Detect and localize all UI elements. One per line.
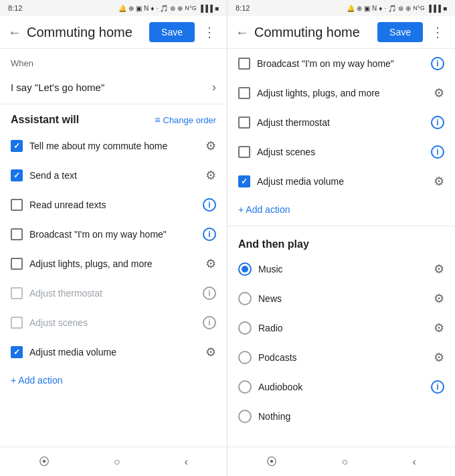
- checkbox-adjust-thermostat[interactable]: [11, 287, 23, 299]
- checkbox-adjust-media[interactable]: [11, 346, 23, 358]
- nav-menu-icon-right[interactable]: ⦿: [266, 456, 277, 468]
- more-menu-right[interactable]: ⋮: [428, 21, 447, 43]
- save-button-right[interactable]: Save: [377, 22, 423, 42]
- action-text-broadcast: Broadcast "I'm on my way home": [29, 229, 196, 240]
- status-icons-right: 🔔 ⊕ ▣ N ♦ · 🎵 ⊛ ⊕ N⁵G ▐▐▐ ■: [347, 5, 447, 12]
- app-bar-left: ← Commuting home Save ⋮: [0, 16, 227, 49]
- nav-bar-left: ⦿ ○ ‹: [0, 447, 227, 476]
- info-icon-read-texts[interactable]: i: [203, 198, 216, 212]
- change-order-button[interactable]: ≡ Change order: [155, 114, 216, 125]
- back-button-right[interactable]: ←: [236, 25, 249, 40]
- nav-home-icon-right[interactable]: ○: [341, 456, 348, 468]
- checkbox-adjust-lights[interactable]: [11, 258, 23, 270]
- gear-icon-podcasts[interactable]: ⚙: [434, 350, 444, 365]
- status-icons-left: 🔔 ⊕ ▣ N ♦ · 🎵 ⊛ ⊕ N⁵G ▐▐▐ ■: [118, 5, 219, 12]
- play-option-audiobook: Audiobook i: [227, 372, 455, 402]
- status-bar-left: 8:12 🔔 ⊕ ▣ N ♦ · 🎵 ⊛ ⊕ N⁵G ▐▐▐ ■: [0, 0, 227, 16]
- checkbox-adjust-scenes2[interactable]: [238, 146, 250, 158]
- add-action-right[interactable]: + Add action: [227, 196, 455, 223]
- play-option-music: Music ⚙: [227, 254, 455, 284]
- action-text-send-text: Send a text: [29, 170, 199, 181]
- gear-icon-music[interactable]: ⚙: [434, 262, 444, 276]
- time-left: 8:12: [8, 4, 22, 12]
- action-text-adjust-lights: Adjust lights, plugs, and more: [29, 258, 199, 269]
- play-label-music: Music: [258, 264, 427, 274]
- right-panel: 8:12 🔔 ⊕ ▣ N ♦ · 🎵 ⊛ ⊕ N⁵G ▐▐▐ ■ ← Commu…: [227, 0, 455, 476]
- play-label-radio: Radio: [258, 323, 427, 333]
- page-title-left: Commuting home: [27, 25, 144, 40]
- checkbox-broadcast2[interactable]: [238, 58, 250, 70]
- checkbox-tell-commute[interactable]: [11, 140, 23, 152]
- radio-podcasts[interactable]: [238, 351, 252, 364]
- action-row-adjust-media: Adjust media volume ⚙: [0, 337, 227, 367]
- nav-back-icon-right[interactable]: ‹: [412, 456, 416, 468]
- gear-icon-adjust-lights2[interactable]: ⚙: [434, 86, 444, 100]
- trigger-row[interactable]: I say "Let's go home" ›: [0, 71, 227, 104]
- play-option-nothing: Nothing: [227, 402, 455, 431]
- gear-icon-news[interactable]: ⚙: [434, 291, 444, 306]
- left-panel: 8:12 🔔 ⊕ ▣ N ♦ · 🎵 ⊛ ⊕ N⁵G ▐▐▐ ■ ← Commu…: [0, 0, 227, 476]
- left-content: When I say "Let's go home" › Assistant w…: [0, 49, 227, 447]
- play-label-audiobook: Audiobook: [258, 382, 424, 392]
- info-icon-broadcast[interactable]: i: [203, 228, 216, 241]
- status-bar-right: 8:12 🔔 ⊕ ▣ N ♦ · 🎵 ⊛ ⊕ N⁵G ▐▐▐ ■: [227, 0, 455, 16]
- action-text-adjust-thermostat: Adjust thermostat: [29, 288, 196, 299]
- radio-audiobook[interactable]: [238, 380, 252, 394]
- info-icon-broadcast2[interactable]: i: [431, 57, 444, 70]
- gear-icon-adjust-lights[interactable]: ⚙: [205, 256, 216, 271]
- checkbox-adjust-lights2[interactable]: [238, 87, 250, 99]
- info-icon-adjust-scenes2[interactable]: i: [431, 145, 444, 159]
- add-action-label-left: + Add action: [11, 375, 62, 386]
- radio-radio[interactable]: [238, 321, 252, 335]
- play-label-podcasts: Podcasts: [258, 352, 427, 363]
- action-text-broadcast2: Broadcast "I'm on my way home": [257, 58, 424, 69]
- action-text-adjust-scenes: Adjust scenes: [29, 317, 196, 328]
- nav-back-icon-left[interactable]: ‹: [185, 456, 188, 468]
- checkbox-adjust-media2[interactable]: [238, 175, 250, 187]
- action-text-adjust-thermostat2: Adjust thermostat: [257, 117, 424, 128]
- checkbox-read-texts[interactable]: [11, 199, 23, 211]
- info-icon-adjust-thermostat2[interactable]: i: [431, 116, 444, 129]
- back-button-left[interactable]: ←: [8, 25, 21, 40]
- radio-news[interactable]: [238, 292, 252, 305]
- gear-icon-adjust-media[interactable]: ⚙: [205, 345, 216, 360]
- info-icon-audiobook[interactable]: i: [431, 380, 444, 394]
- info-icon-adjust-thermostat[interactable]: i: [203, 287, 216, 300]
- action-row-adjust-lights2: Adjust lights, plugs, and more ⚙: [227, 78, 455, 108]
- play-option-radio: Radio ⚙: [227, 313, 455, 343]
- action-row-broadcast: Broadcast "I'm on my way home" i: [0, 220, 227, 249]
- action-text-adjust-scenes2: Adjust scenes: [257, 147, 424, 157]
- action-text-read-texts: Read unread texts: [29, 200, 196, 210]
- info-icon-adjust-scenes[interactable]: i: [203, 316, 216, 329]
- gear-icon-send-text[interactable]: ⚙: [205, 168, 216, 183]
- play-option-news: News ⚙: [227, 284, 455, 313]
- checkbox-send-text[interactable]: [11, 169, 23, 181]
- checkbox-adjust-scenes[interactable]: [11, 317, 23, 329]
- play-option-podcasts: Podcasts ⚙: [227, 343, 455, 372]
- action-row-tell-commute: Tell me about my commute home ⚙: [0, 131, 227, 161]
- nav-menu-icon-left[interactable]: ⦿: [39, 456, 50, 468]
- checkbox-broadcast[interactable]: [11, 228, 23, 240]
- action-row-broadcast2: Broadcast "I'm on my way home" i: [227, 49, 455, 78]
- action-text-tell-commute: Tell me about my commute home: [29, 141, 199, 151]
- radio-music[interactable]: [238, 262, 252, 276]
- chevron-right-icon: ›: [212, 80, 216, 94]
- action-text-adjust-media: Adjust media volume: [29, 347, 199, 358]
- action-row-adjust-thermostat2: Adjust thermostat i: [227, 108, 455, 137]
- gear-icon-adjust-media2[interactable]: ⚙: [434, 174, 444, 189]
- action-row-adjust-thermostat: Adjust thermostat i: [0, 279, 227, 308]
- order-lines-icon: ≡: [155, 114, 160, 125]
- add-action-left[interactable]: + Add action: [0, 367, 227, 394]
- checkbox-adjust-thermostat2[interactable]: [238, 116, 250, 129]
- more-menu-left[interactable]: ⋮: [200, 21, 219, 43]
- trigger-text: I say "Let's go home": [11, 82, 212, 93]
- action-row-adjust-media2: Adjust media volume ⚙: [227, 167, 455, 196]
- action-row-adjust-scenes2: Adjust scenes i: [227, 137, 455, 167]
- nav-home-icon-left[interactable]: ○: [114, 456, 120, 468]
- gear-icon-radio[interactable]: ⚙: [434, 321, 444, 335]
- radio-nothing[interactable]: [238, 410, 252, 423]
- assistant-header: Assistant will ≡ Change order: [0, 104, 227, 131]
- right-content: Broadcast "I'm on my way home" i Adjust …: [227, 49, 455, 447]
- gear-icon-tell-commute[interactable]: ⚙: [205, 139, 216, 153]
- save-button-left[interactable]: Save: [149, 22, 195, 42]
